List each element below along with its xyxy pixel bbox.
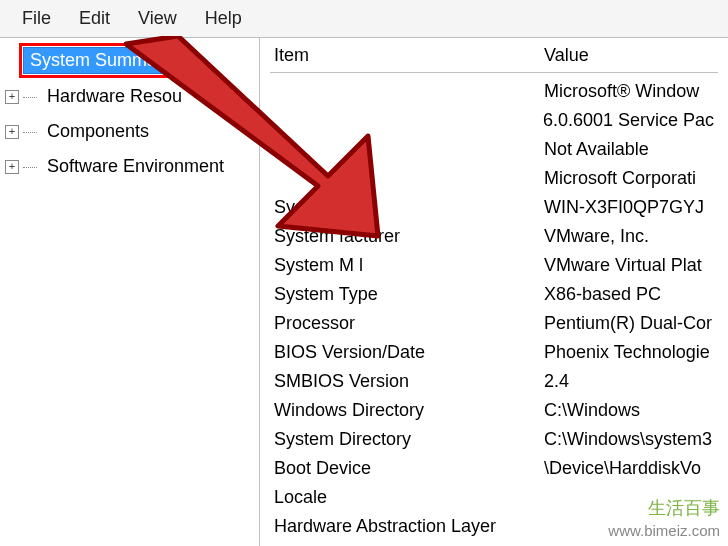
cell-value: \Device\HarddiskVo — [544, 458, 714, 479]
menu-edit[interactable]: Edit — [65, 4, 124, 33]
cell-item: Processor — [274, 313, 544, 334]
table-row[interactable]: System DirectoryC:\Windows\system3 — [270, 425, 718, 454]
cell-value: Phoenix Technologie — [544, 342, 714, 363]
table-header: Item Value — [270, 40, 718, 73]
cell-item: SMBIOS Version — [274, 371, 544, 392]
table-row[interactable]: System M lVMware Virtual Plat — [270, 251, 718, 280]
cell-value: Not Available — [544, 139, 714, 160]
column-header-value[interactable]: Value — [544, 45, 714, 66]
table-row[interactable]: System facturerVMware, Inc. — [270, 222, 718, 251]
menu-help[interactable]: Help — [191, 4, 256, 33]
column-header-item[interactable]: Item — [274, 45, 544, 66]
cell-value: VMware, Inc. — [544, 226, 714, 247]
table-row[interactable]: SysWIN-X3FI0QP7GYJ — [270, 193, 718, 222]
tree-label: System Summary — [23, 47, 179, 74]
table-row[interactable]: Locale — [270, 483, 718, 512]
menu-file[interactable]: File — [8, 4, 65, 33]
cell-item: System Directory — [274, 429, 544, 450]
tree-connector — [23, 90, 39, 104]
cell-value: C:\Windows — [544, 400, 714, 421]
cell-item: System facturer — [274, 226, 544, 247]
table-row[interactable]: Hardware Abstraction Layer — [270, 512, 718, 541]
cell-value: 6.0.6001 Service Pac — [543, 110, 714, 131]
tree-label: Software Environment — [43, 154, 228, 179]
menubar: File Edit View Help — [0, 0, 728, 38]
tree-expander-icon[interactable]: + — [5, 160, 19, 174]
cell-item: Boot Device — [274, 458, 544, 479]
cell-item: System Type — [274, 284, 544, 305]
table-row[interactable]: 6.0.6001 Service Pac — [270, 106, 718, 135]
cell-item: Locale — [274, 487, 544, 508]
cell-item — [274, 139, 544, 160]
cell-item: Sys — [274, 197, 544, 218]
cell-value: Pentium(R) Dual-Cor — [544, 313, 714, 334]
cell-value — [544, 487, 714, 508]
tree-connector — [23, 160, 39, 174]
cell-item — [274, 168, 544, 189]
tree-connector — [23, 125, 39, 139]
table-row[interactable]: System TypeX86-based PC — [270, 280, 718, 309]
table-body: Microsoft® Window6.0.6001 Service PacNot… — [270, 73, 718, 541]
cell-item — [274, 81, 544, 102]
details-panel: Item Value Microsoft® Window6.0.6001 Ser… — [260, 38, 728, 546]
table-row[interactable]: Boot Device\Device\HarddiskVo — [270, 454, 718, 483]
cell-value: Microsoft® Window — [544, 81, 714, 102]
table-row[interactable]: Not Available — [270, 135, 718, 164]
table-row[interactable]: ProcessorPentium(R) Dual-Cor — [270, 309, 718, 338]
content-area: System Summary + Hardware Resou + Compon… — [0, 38, 728, 546]
cell-value: C:\Windows\system3 — [544, 429, 714, 450]
table-row[interactable]: BIOS Version/DatePhoenix Technologie — [270, 338, 718, 367]
navigation-tree: System Summary + Hardware Resou + Compon… — [0, 38, 260, 546]
tree-label: Hardware Resou — [43, 84, 186, 109]
cell-value: VMware Virtual Plat — [544, 255, 714, 276]
table-row[interactable]: Microsoft® Window — [270, 77, 718, 106]
cell-value: 2.4 — [544, 371, 714, 392]
tree-node-hardware-resources[interactable]: + Hardware Resou — [2, 79, 257, 114]
cell-item: Windows Directory — [274, 400, 544, 421]
table-row[interactable]: Windows DirectoryC:\Windows — [270, 396, 718, 425]
tree-label: Components — [43, 119, 153, 144]
tree-node-components[interactable]: + Components — [2, 114, 257, 149]
cell-value: Microsoft Corporati — [544, 168, 714, 189]
tree-expander-empty — [5, 54, 19, 68]
tree-expander-icon[interactable]: + — [5, 125, 19, 139]
menu-view[interactable]: View — [124, 4, 191, 33]
cell-value — [544, 516, 714, 537]
cell-item: BIOS Version/Date — [274, 342, 544, 363]
cell-item — [274, 110, 543, 131]
table-row[interactable]: SMBIOS Version2.4 — [270, 367, 718, 396]
cell-item: System M l — [274, 255, 544, 276]
cell-value: X86-based PC — [544, 284, 714, 305]
cell-item: Hardware Abstraction Layer — [274, 516, 544, 537]
cell-value: WIN-X3FI0QP7GYJ — [544, 197, 714, 218]
tree-node-software-environment[interactable]: + Software Environment — [2, 149, 257, 184]
tree-expander-icon[interactable]: + — [5, 90, 19, 104]
tree-node-system-summary[interactable]: System Summary — [2, 42, 257, 79]
table-row[interactable]: Microsoft Corporati — [270, 164, 718, 193]
